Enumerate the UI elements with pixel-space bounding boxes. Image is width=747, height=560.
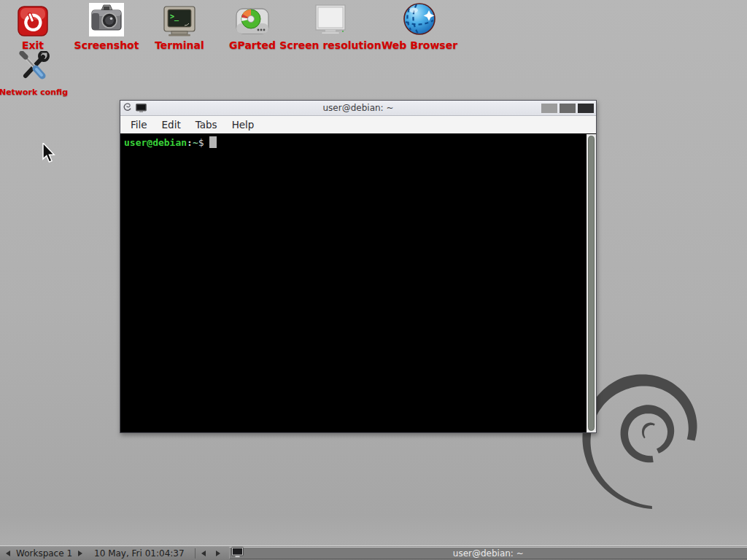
- tasklist-next-arrow[interactable]: [216, 551, 220, 556]
- desktop-icon-label: Terminal: [143, 39, 216, 51]
- scrollbar-thumb[interactable]: [588, 136, 595, 431]
- menu-tabs[interactable]: Tabs: [188, 117, 225, 132]
- monitor-icon: [279, 1, 382, 36]
- desktop-icon-network-config[interactable]: Network config: [0, 50, 70, 97]
- desktop-icon-gparted[interactable]: GParted: [216, 1, 289, 51]
- prompt-separator: :: [187, 137, 193, 148]
- desktop-icon-label: Screenshot: [70, 39, 143, 51]
- prompt-line: user@debian:~$: [124, 136, 584, 149]
- clock: 10 May, Fri 01:04:37: [94, 548, 185, 559]
- mouse-cursor: [42, 143, 56, 163]
- terminal-mini-icon: [136, 101, 147, 115]
- menu-edit[interactable]: Edit: [155, 117, 188, 132]
- maximize-button[interactable]: [560, 104, 576, 113]
- task-button-label: user@debian: ~: [230, 548, 747, 559]
- desktop-icon-web-browser[interactable]: Web Browser: [379, 1, 460, 51]
- window-title: user@debian: ~: [120, 103, 596, 113]
- scrollbar[interactable]: [587, 134, 596, 432]
- desktop-icon-label: Network config: [0, 88, 70, 97]
- close-button[interactable]: [578, 104, 594, 113]
- desktop-icon-label: Screen resolution: [279, 39, 382, 51]
- prompt-symbol: $: [198, 137, 204, 148]
- workspace-prev-arrow[interactable]: [6, 551, 10, 556]
- titlebar[interactable]: user@debian: ~: [120, 101, 596, 116]
- workspace-switcher[interactable]: Workspace 1: [16, 548, 72, 559]
- terminal-content[interactable]: user@debian:~$: [120, 134, 596, 432]
- crt-terminal-icon: >_: [143, 1, 216, 36]
- terminal-window: user@debian: ~ File Edit Tabs Help user@…: [120, 100, 597, 433]
- terminal-cursor: [209, 136, 217, 148]
- menu-help[interactable]: Help: [225, 117, 262, 132]
- camera-icon: [70, 1, 143, 36]
- harddisk-partition-icon: [216, 1, 289, 36]
- desktop-icon-exit[interactable]: Exit: [4, 1, 62, 51]
- taskbar: Workspace 1 10 May, Fri 01:04:37 user@de…: [0, 545, 747, 560]
- menu-file[interactable]: File: [123, 117, 155, 132]
- prompt-cwd: ~: [193, 137, 198, 148]
- desktop-icon-label: Web Browser: [379, 39, 460, 51]
- minimize-button[interactable]: [541, 104, 557, 113]
- desktop-icon-terminal[interactable]: >_ Terminal: [143, 1, 216, 51]
- debian-swirl-icon: [123, 101, 132, 115]
- tasklist-prev-arrow[interactable]: [201, 551, 206, 556]
- globe-icon: [379, 1, 460, 36]
- svg-text:>_: >_: [170, 12, 179, 21]
- desktop-icon-label: GParted: [216, 39, 289, 51]
- task-button[interactable]: user@debian: ~: [229, 547, 747, 559]
- desktop-icon-screenshot[interactable]: Screenshot: [70, 1, 143, 51]
- workspace-next-arrow[interactable]: [78, 551, 82, 556]
- power-icon: [4, 1, 62, 36]
- desktop-icon-screen-resolution[interactable]: Screen resolution: [279, 1, 382, 51]
- menubar: File Edit Tabs Help: [120, 116, 596, 133]
- taskbar-separator: [195, 548, 196, 559]
- tools-icon: [0, 50, 70, 85]
- prompt-user-host: user@debian: [124, 137, 187, 148]
